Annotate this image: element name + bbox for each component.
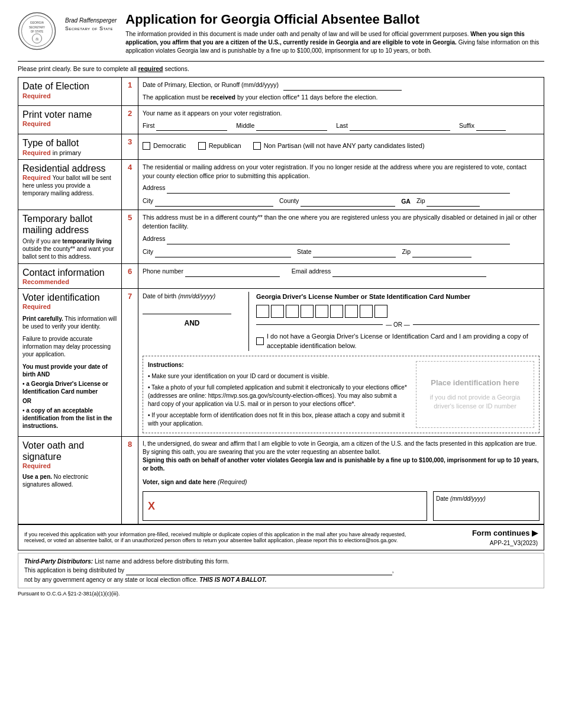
third-party-line1: Third-Party Distributors: List name and …	[24, 557, 538, 566]
header: GEORGIA SECRETARY OF STATE ⚖ Brad Raffen…	[18, 12, 544, 55]
republican-checkbox[interactable]	[198, 142, 206, 150]
dl-box-7[interactable]	[345, 305, 358, 318]
democratic-option[interactable]: Democratic	[143, 141, 186, 151]
no-dl-option[interactable]: I do not have a Georgia Driver's License…	[256, 331, 540, 351]
form-table: Date of Election Required 1 Date of Prim…	[18, 77, 544, 524]
first-label: First	[143, 121, 227, 131]
last-label: Last	[336, 121, 450, 131]
section-7-sub5: • a copy of an acceptable identification…	[22, 407, 117, 430]
city-label-5: City	[143, 247, 291, 257]
instructions-box: Instructions: • Make sure your identific…	[143, 356, 540, 433]
third-party-footer: Third-Party Distributors: List name and …	[18, 553, 544, 588]
and-label: AND	[143, 318, 241, 328]
section-5-content: This address must be in a different coun…	[138, 210, 544, 263]
section-4-row: Residential address Required Your ballot…	[18, 159, 544, 210]
section-8-title: Voter oath and signature	[22, 440, 117, 462]
dl-title: Georgia Driver's License Number or State…	[256, 292, 540, 302]
section-6-content: Phone number Email address	[138, 263, 544, 288]
section-3-row: Type of ballot Required in primary 3 Dem…	[18, 134, 544, 159]
county-label-4: County	[279, 197, 395, 207]
section-7-label: Voter identification Required Print care…	[18, 289, 122, 437]
section-1-line2: The application must be received by your…	[143, 93, 540, 102]
section-3-label: Type of ballot Required in primary	[18, 134, 122, 159]
section-7-dob-block: Date of birth (mm/dd/yyyy) AND	[143, 292, 249, 351]
section-6-label: Contact information Recommended	[18, 263, 122, 288]
signature-box[interactable]: X	[143, 491, 427, 521]
header-title-block: Application for Georgia Official Absente…	[125, 12, 544, 55]
section-1-label: Date of Election Required	[18, 78, 122, 106]
dl-box-1[interactable]	[256, 305, 269, 318]
section-4-content: The residential or mailing address on yo…	[138, 159, 544, 210]
section-8-content: I, the undersigned, do swear and affirm …	[138, 436, 544, 524]
suffix-label: Suffix	[459, 121, 506, 131]
section-5-number: 5	[122, 210, 138, 263]
section-8-number: 8	[122, 436, 138, 524]
section-2-number: 2	[122, 105, 138, 134]
nonpartisan-option[interactable]: Non Partisan (will not have ANY party ca…	[253, 141, 425, 151]
nonpartisan-label: Non Partisan (will not have ANY party ca…	[264, 141, 425, 151]
section-2-line1: Your name as it appears on your voter re…	[143, 109, 540, 118]
section-6-row: Contact information Recommended 6 Phone …	[18, 263, 544, 288]
zip-label-5: Zip	[402, 247, 471, 257]
state-label-5: State	[297, 247, 396, 257]
footer-bar: If you received this application with yo…	[18, 524, 544, 550]
section-8-label: Voter oath and signature Required Use a …	[18, 436, 122, 524]
section-7-title: Voter identification	[22, 292, 117, 303]
section-5-label: Temporary ballot mailing address Only if…	[18, 210, 122, 263]
instruction-3: • If your acceptable form of identificat…	[148, 411, 410, 428]
email-label: Email address	[292, 267, 486, 277]
svg-text:OF STATE: OF STATE	[31, 30, 43, 33]
section-4-title: Residential address	[22, 163, 117, 174]
dl-box-2[interactable]	[271, 305, 284, 318]
section-5-intro: This address must be in a different coun…	[143, 213, 540, 232]
app-number: APP-21_V3(2023)	[472, 540, 538, 546]
instructions-text: Instructions: • Make sure your identific…	[148, 361, 410, 428]
dl-box-6[interactable]	[330, 305, 343, 318]
form-title: Application for Georgia Official Absente…	[125, 12, 544, 27]
form-continues: Form continues ▶	[472, 529, 538, 537]
svg-text:⚖: ⚖	[35, 37, 39, 41]
section-3-content: Democratic Republican Non Partisan (will…	[138, 134, 544, 159]
section-6-title: Contact information	[22, 267, 117, 278]
section-5-sub: Only if you are temporarily living outsi…	[22, 237, 117, 260]
third-party-line2: This application is being distributed by…	[24, 566, 538, 575]
no-dl-text: I do not have a Georgia Driver's License…	[267, 331, 540, 351]
section-5-city-row: City State Zip	[143, 247, 540, 257]
democratic-checkbox[interactable]	[143, 142, 150, 150]
section-3-title: Type of ballot	[22, 137, 117, 149]
seal-logo: GEORGIA SECRETARY OF STATE ⚖	[18, 12, 56, 50]
dl-boxes	[256, 305, 540, 318]
zip-label-4: Zip	[416, 197, 480, 207]
dl-box-3[interactable]	[286, 305, 299, 318]
dl-box-5[interactable]	[315, 305, 328, 318]
sig-x-mark: X	[148, 498, 155, 514]
dl-box-9[interactable]	[374, 305, 387, 318]
republican-option[interactable]: Republican	[198, 141, 241, 151]
dl-box-8[interactable]	[360, 305, 373, 318]
section-6-recommended: Recommended	[22, 278, 117, 285]
section-1-number: 1	[122, 78, 138, 106]
nonpartisan-checkbox[interactable]	[253, 142, 261, 150]
official-name: Brad Raffensperger	[65, 17, 117, 25]
section-5-row: Temporary ballot mailing address Only if…	[18, 210, 544, 263]
middle-label: Middle	[236, 121, 327, 131]
official-title: Secretary of State	[65, 25, 117, 33]
section-2-fields: First Middle Last Suffix	[143, 121, 540, 131]
section-1-row: Date of Election Required 1 Date of Prim…	[18, 78, 544, 106]
section-4-number: 4	[122, 159, 138, 210]
date-box[interactable]: Date (mm/dd/yyyy)	[433, 491, 540, 521]
section-5-address: Address	[143, 234, 540, 244]
svg-text:SECRETARY: SECRETARY	[29, 26, 45, 29]
no-dl-checkbox[interactable]	[256, 337, 264, 345]
dob-field[interactable]	[143, 304, 231, 314]
section-4-city-row: City County GA Zip	[143, 197, 540, 207]
required-note: Please print clearly. Be sure to complet…	[18, 61, 544, 72]
section-2-row: Print voter name Required 2 Your name as…	[18, 105, 544, 134]
third-party-line3: not by any government agency or any stat…	[24, 575, 538, 584]
section-2-title: Print voter name	[22, 109, 117, 120]
section-7-or: OR	[22, 397, 117, 405]
or-divider: — OR —	[256, 320, 540, 329]
section-4-intro: The residential or mailing address on yo…	[143, 163, 540, 182]
dl-box-4[interactable]	[301, 305, 314, 318]
dob-label: Date of birth (mm/dd/yyyy)	[143, 292, 241, 301]
